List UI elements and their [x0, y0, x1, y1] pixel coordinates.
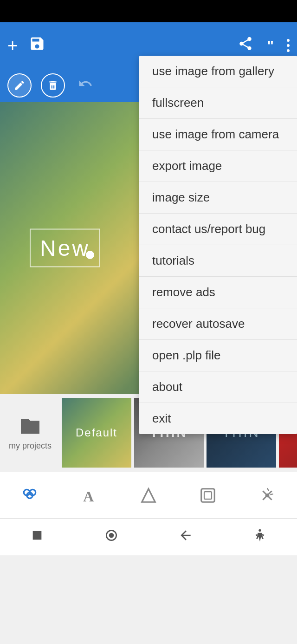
- thumb-default[interactable]: Default: [62, 398, 131, 468]
- save-button[interactable]: [29, 35, 45, 56]
- svg-line-10: [267, 488, 269, 491]
- menu-item-camera[interactable]: use image from camera: [139, 119, 297, 150]
- text-overlay[interactable]: New: [30, 229, 100, 267]
- svg-point-15: [258, 529, 261, 532]
- edit-button[interactable]: [7, 73, 32, 98]
- folder-icon: [19, 415, 41, 437]
- stop-nav-button[interactable]: [30, 528, 45, 546]
- menu-item-gallery[interactable]: use image from gallery: [139, 56, 297, 87]
- menu-item-fullscreen[interactable]: fullscreen: [139, 87, 297, 119]
- share-button[interactable]: [238, 36, 253, 55]
- svg-rect-6: [204, 492, 212, 499]
- menu-item-about[interactable]: about: [139, 371, 297, 403]
- svg-marker-4: [142, 488, 155, 502]
- status-bar: [0, 0, 297, 22]
- undo-button[interactable]: [78, 76, 93, 95]
- my-projects-section[interactable]: my projects: [0, 394, 60, 472]
- svg-point-9: [266, 494, 269, 496]
- bottom-icon-bar: A: [0, 472, 297, 518]
- system-nav-bar: [0, 518, 297, 555]
- effects-icon-button[interactable]: [258, 487, 276, 504]
- menu-item-tutorials[interactable]: tutorials: [139, 245, 297, 277]
- menu-item-contact[interactable]: contact us/report bug: [139, 214, 297, 245]
- more-button[interactable]: [287, 39, 290, 52]
- svg-text:A: A: [83, 488, 94, 504]
- svg-point-14: [110, 533, 113, 537]
- menu-item-export[interactable]: export image: [139, 150, 297, 182]
- svg-rect-12: [33, 531, 42, 540]
- back-nav-button[interactable]: [178, 528, 193, 546]
- svg-line-11: [270, 494, 273, 494]
- delete-button[interactable]: [41, 73, 65, 98]
- quote-button[interactable]: ": [267, 38, 273, 53]
- frame-icon-button[interactable]: [199, 487, 217, 504]
- menu-item-remove-ads[interactable]: remove ads: [139, 277, 297, 308]
- shape-icon-button[interactable]: [140, 487, 157, 504]
- text-icon-button[interactable]: A: [80, 487, 98, 504]
- menu-item-image-size[interactable]: image size: [139, 182, 297, 214]
- menu-item-autosave[interactable]: recover autosave: [139, 308, 297, 340]
- my-projects-label: my projects: [9, 441, 52, 451]
- accessibility-nav-button[interactable]: [252, 528, 267, 546]
- home-nav-button[interactable]: [104, 528, 119, 546]
- layers-icon-button[interactable]: [21, 487, 39, 504]
- dropdown-menu: use image from gallery fullscreen use im…: [139, 56, 297, 434]
- add-button[interactable]: +: [7, 36, 18, 56]
- menu-item-exit[interactable]: exit: [139, 403, 297, 434]
- svg-rect-5: [201, 488, 215, 502]
- text-handle[interactable]: [86, 251, 94, 259]
- menu-item-open-plp[interactable]: open .plp file: [139, 340, 297, 371]
